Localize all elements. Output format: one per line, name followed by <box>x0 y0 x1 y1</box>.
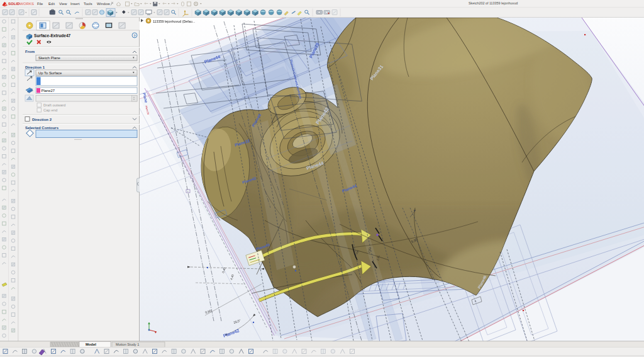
svg-text:File: File <box>37 2 43 6</box>
svg-text:Insert: Insert <box>70 2 80 6</box>
svg-text:113359 lejonhuvud (Defau...: 113359 lejonhuvud (Defau... <box>153 20 195 23</box>
svg-text:From: From <box>25 50 35 54</box>
svg-text:Edit: Edit <box>48 2 55 6</box>
svg-text:Tools: Tools <box>84 2 92 6</box>
svg-text:Sketch202 of 113359 lejonhuvud: Sketch202 of 113359 lejonhuvud <box>469 1 518 5</box>
svg-text:Draft outward: Draft outward <box>43 103 65 107</box>
svg-text:View: View <box>59 2 67 6</box>
svg-text:SOLIDWORKS: SOLIDWORKS <box>8 2 34 6</box>
svg-text:Cap end: Cap end <box>43 108 57 112</box>
svg-text:Motion Study 1: Motion Study 1 <box>116 343 139 346</box>
svg-text:Plane27: Plane27 <box>42 89 55 93</box>
svg-text:Direction 1: Direction 1 <box>25 65 45 69</box>
svg-text:Model: Model <box>86 343 96 346</box>
svg-text:Selected Contours: Selected Contours <box>25 126 59 130</box>
svg-text:Up To Surface: Up To Surface <box>38 71 62 75</box>
svg-text:Surface-Extrude47: Surface-Extrude47 <box>34 33 71 38</box>
svg-text:Sketch Plane: Sketch Plane <box>38 56 60 60</box>
svg-text:Window: Window <box>97 2 110 6</box>
svg-text:Direction 2: Direction 2 <box>32 118 52 122</box>
